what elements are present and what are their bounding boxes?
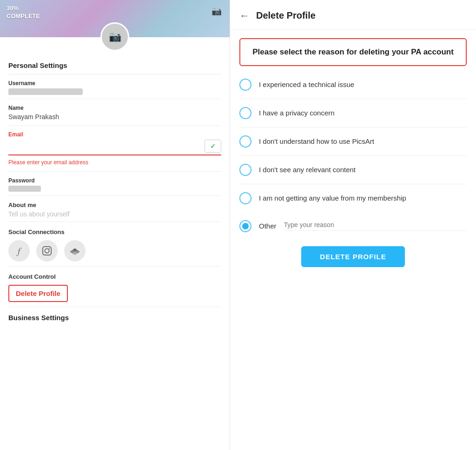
avatar[interactable]: 📷: [100, 22, 129, 51]
business-settings-section: Business Settings: [8, 307, 221, 328]
reason-item-privacy[interactable]: I have a privacy concern: [239, 99, 467, 128]
instagram-icon[interactable]: [36, 240, 58, 262]
radio-understand[interactable]: [239, 135, 251, 148]
about-me-label: About me: [8, 201, 221, 208]
other-label: Other: [259, 222, 277, 230]
email-checkmark[interactable]: ✓: [205, 140, 221, 153]
account-control-label: Account Control: [8, 273, 221, 280]
reason-item-understand[interactable]: I don't understand how to use PicsArt: [239, 128, 467, 156]
reason-item-content[interactable]: I don't see any relevant content: [239, 156, 467, 184]
other-row[interactable]: Other: [239, 212, 467, 236]
right-panel-title: Delete Profile: [256, 10, 316, 21]
dropbox-icon[interactable]: [64, 240, 86, 262]
social-connections-section: Social Connections 𝑓: [8, 222, 221, 267]
name-label: Name: [8, 105, 221, 111]
svg-point-2: [49, 248, 50, 249]
svg-point-1: [45, 249, 49, 253]
delete-profile-action-button[interactable]: DELETE PROFILE: [301, 246, 404, 267]
radio-other[interactable]: [239, 220, 251, 232]
reason-list: I experienced a technical issue I have a…: [239, 71, 467, 212]
email-row: ✓: [8, 140, 221, 155]
facebook-icon[interactable]: 𝑓: [8, 240, 30, 262]
progress-label: COMPLETE: [7, 13, 40, 20]
left-panel: 30% COMPLETE 📷 📷 Personal Settings Usern…: [0, 0, 230, 450]
business-settings-label: Business Settings: [8, 314, 221, 322]
email-label: Email: [8, 131, 221, 138]
about-me-block: About me Tell us about yourself: [8, 196, 221, 222]
about-me-placeholder[interactable]: Tell us about yourself: [8, 210, 221, 218]
progress-percent: 30%: [7, 5, 19, 12]
email-error: Please enter your email address: [8, 157, 221, 169]
account-control-section: Account Control Delete Profile: [8, 267, 221, 307]
radio-technical[interactable]: [239, 79, 251, 91]
radio-value[interactable]: [239, 192, 251, 204]
social-connections-label: Social Connections: [8, 228, 221, 235]
username-field-block: Username: [8, 74, 221, 99]
radio-other-inner: [242, 223, 249, 229]
reason-text-value: I am not getting any value from my membe…: [259, 194, 467, 202]
svg-rect-0: [43, 247, 51, 255]
reason-text-technical: I experienced a technical issue: [259, 81, 467, 88]
reason-item-technical[interactable]: I experienced a technical issue: [239, 71, 467, 99]
personal-settings-title: Personal Settings: [8, 55, 221, 74]
reason-item-value[interactable]: I am not getting any value from my membe…: [239, 184, 467, 212]
delete-profile-button[interactable]: Delete Profile: [8, 285, 68, 302]
camera-icon-top-right[interactable]: 📷: [210, 5, 223, 18]
name-field-block: Name Swayam Prakash: [8, 99, 221, 126]
delete-btn-row: DELETE PROFILE: [239, 236, 467, 275]
username-label: Username: [8, 80, 221, 87]
right-body: Please select the reason for deleting yo…: [230, 30, 476, 450]
social-icons-row: 𝑓: [8, 240, 221, 262]
name-value[interactable]: Swayam Prakash: [8, 113, 221, 123]
right-panel: ← Delete Profile Please select the reaso…: [230, 0, 476, 450]
radio-privacy[interactable]: [239, 107, 251, 119]
password-field-block: Password: [8, 172, 221, 196]
profile-header: 30% COMPLETE 📷 📷: [0, 0, 230, 37]
other-input[interactable]: [284, 221, 467, 231]
reason-text-understand: I don't understand how to use PicsArt: [259, 137, 467, 145]
reason-text-content: I don't see any relevant content: [259, 166, 467, 174]
password-value: [8, 186, 41, 192]
username-value: [8, 88, 83, 95]
left-content: Personal Settings Username Name Swayam P…: [0, 55, 230, 450]
email-field-block: Email ✓ Please enter your email address: [8, 126, 221, 172]
radio-content[interactable]: [239, 164, 251, 176]
password-label: Password: [8, 177, 221, 184]
back-arrow-icon[interactable]: ←: [239, 11, 250, 21]
right-header: ← Delete Profile: [230, 0, 476, 30]
reason-text-privacy: I have a privacy concern: [259, 109, 467, 117]
reason-header-box: Please select the reason for deleting yo…: [239, 38, 467, 66]
reason-header-text: Please select the reason for deleting yo…: [249, 47, 457, 58]
progress-text: 30% COMPLETE: [7, 5, 40, 20]
